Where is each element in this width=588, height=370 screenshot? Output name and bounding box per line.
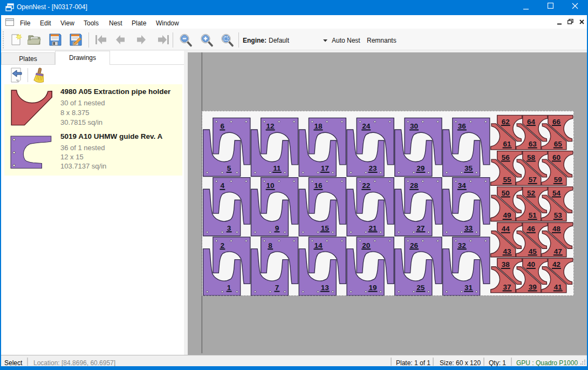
svg-text:35: 35 [464, 164, 473, 172]
svg-text:36: 36 [458, 122, 467, 130]
svg-text:62: 62 [502, 118, 510, 126]
svg-text:59: 59 [554, 176, 562, 184]
svg-text:55: 55 [503, 176, 512, 184]
svg-text:51: 51 [529, 211, 537, 219]
svg-text:9: 9 [275, 224, 279, 232]
svg-text:28: 28 [410, 181, 419, 190]
svg-text:21: 21 [368, 224, 377, 232]
svg-text:11: 11 [273, 164, 281, 172]
svg-text:52: 52 [527, 189, 535, 197]
svg-text:46: 46 [527, 225, 536, 233]
svg-text:64: 64 [527, 118, 536, 126]
svg-text:54: 54 [552, 189, 561, 197]
svg-text:29: 29 [416, 164, 425, 172]
svg-text:14: 14 [314, 241, 323, 250]
svg-text:65: 65 [554, 140, 563, 148]
svg-text:58: 58 [527, 153, 536, 162]
svg-text:20: 20 [362, 241, 370, 250]
svg-text:5: 5 [227, 164, 231, 172]
svg-text:7: 7 [275, 284, 279, 292]
svg-text:53: 53 [554, 211, 563, 219]
svg-text:42: 42 [552, 260, 560, 268]
svg-text:33: 33 [464, 224, 473, 232]
svg-text:60: 60 [552, 153, 560, 162]
svg-text:3: 3 [227, 224, 231, 232]
svg-text:56: 56 [502, 153, 510, 162]
svg-text:63: 63 [529, 140, 537, 148]
svg-text:17: 17 [321, 164, 329, 172]
svg-text:50: 50 [502, 189, 510, 197]
svg-text:8: 8 [268, 241, 272, 250]
svg-text:22: 22 [362, 181, 370, 190]
svg-text:12: 12 [266, 122, 275, 130]
svg-text:4: 4 [221, 181, 225, 190]
svg-text:23: 23 [368, 164, 377, 172]
svg-text:2: 2 [221, 241, 225, 250]
svg-text:26: 26 [410, 241, 419, 250]
svg-text:16: 16 [314, 181, 323, 190]
svg-text:39: 39 [529, 283, 537, 291]
svg-text:1: 1 [227, 284, 231, 292]
svg-text:34: 34 [458, 181, 467, 190]
svg-text:27: 27 [416, 224, 425, 232]
svg-text:30: 30 [410, 122, 418, 130]
svg-text:25: 25 [416, 284, 425, 292]
svg-text:44: 44 [502, 225, 510, 233]
svg-text:45: 45 [529, 247, 537, 255]
svg-text:47: 47 [554, 247, 562, 255]
svg-text:48: 48 [552, 225, 561, 233]
svg-text:19: 19 [368, 284, 377, 292]
svg-text:13: 13 [321, 284, 330, 292]
svg-text:15: 15 [321, 224, 330, 232]
svg-text:18: 18 [314, 122, 323, 130]
svg-text:61: 61 [503, 140, 512, 148]
svg-text:24: 24 [362, 122, 371, 130]
svg-text:31: 31 [464, 284, 473, 292]
svg-text:6: 6 [221, 122, 225, 130]
svg-text:32: 32 [458, 241, 466, 250]
svg-text:38: 38 [502, 260, 510, 268]
svg-text:40: 40 [527, 260, 535, 268]
svg-text:43: 43 [503, 247, 512, 255]
svg-text:10: 10 [266, 181, 275, 190]
svg-text:66: 66 [552, 118, 561, 126]
svg-text:37: 37 [503, 283, 511, 291]
svg-text:49: 49 [503, 211, 511, 219]
svg-text:41: 41 [554, 283, 563, 291]
svg-text:57: 57 [529, 176, 537, 184]
